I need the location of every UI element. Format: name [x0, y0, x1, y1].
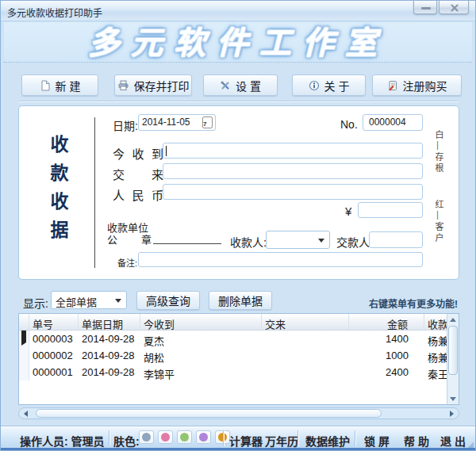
scroll-left-icon[interactable] [24, 411, 28, 417]
column-header-from[interactable]: 交来 [262, 314, 349, 330]
new-button[interactable]: 新 建 [21, 75, 98, 96]
operator-value: 管理员 [71, 435, 105, 448]
window-bottom-edge [1, 448, 475, 450]
vertical-divider [94, 117, 95, 268]
receipt-no-label: No. [340, 118, 358, 131]
table-row[interactable]: 0000002 2014-09-28 胡松 1000 杨兼 [19, 347, 459, 364]
cell-amount: 2400 [349, 364, 424, 380]
column-header-received[interactable]: 今收到 [140, 314, 262, 330]
cell-received: 胡松 [140, 347, 262, 364]
filter-dropdown[interactable]: 全部单据 [51, 291, 127, 309]
cell-received: 李锦平 [140, 364, 262, 380]
data-maintenance-link[interactable]: 数据维护 [305, 433, 350, 449]
skin-color-option[interactable] [139, 430, 154, 444]
payee-label: 收款人: [230, 234, 267, 250]
calculator-link[interactable]: 计算器 [229, 433, 263, 449]
skin-color-option[interactable] [158, 430, 173, 444]
settings-button[interactable]: 设 置 [203, 75, 278, 96]
delete-receipt-label: 删除单据 [218, 292, 263, 308]
about-button[interactable]: 关 于 [292, 75, 366, 96]
receipt-table: 单号 单据日期 今收到 交来 金额 收款 0000003 2014-09-28 … [18, 313, 459, 405]
skin-dot [180, 433, 189, 441]
table-row[interactable]: 0000001 2014-09-28 李锦平 2400 秦王 [19, 364, 459, 380]
cell-date: 2014-09-28 [79, 364, 140, 380]
cell-from [262, 331, 349, 347]
titlebar[interactable]: 多元收款收据打印助手 [1, 1, 475, 21]
save-print-button-label: 保存并打印 [134, 78, 190, 94]
delete-receipt-button[interactable]: 删除单据 [209, 291, 272, 310]
skin-dot [199, 433, 208, 441]
payer-input[interactable] [369, 231, 423, 248]
column-header-amount[interactable]: 金额 [349, 314, 424, 330]
close-button[interactable] [439, 1, 469, 14]
horizontal-scrollbar[interactable] [18, 407, 459, 419]
tools-icon [220, 80, 231, 91]
statusbar-divider [298, 430, 299, 446]
banner-title: 多元软件工作室 [4, 22, 472, 63]
calendar-link[interactable]: 万年历 [265, 433, 298, 449]
advanced-query-label: 高级查询 [146, 292, 190, 308]
lock-screen-link[interactable]: 锁 屏 [364, 433, 390, 449]
cell-received: 夏杰 [140, 331, 262, 347]
table-row[interactable]: 0000003 2014-09-28 夏杰 1400 杨兼 [19, 331, 459, 347]
date-picker-icon[interactable]: 7 [202, 117, 213, 128]
received-input[interactable] [163, 143, 423, 159]
receipt-no-input[interactable]: 0000004 [363, 114, 423, 131]
cell-from [262, 364, 349, 380]
currency-input[interactable] [163, 184, 423, 200]
copy-note-white: 白—存根 [432, 130, 445, 174]
cell-payee: 杨兼 [424, 331, 447, 347]
new-button-label: 新 建 [56, 78, 81, 94]
register-buy-button-label: 注册购买 [403, 78, 447, 94]
cell-payee: 秦王 [424, 364, 447, 380]
operator-label: 操作人员: [20, 435, 68, 448]
scroll-right-icon[interactable] [450, 411, 454, 417]
vertical-scrollbar-thumb[interactable] [448, 326, 458, 375]
statusbar-divider [355, 430, 356, 446]
remark-input[interactable] [138, 252, 423, 267]
skin-dot [142, 433, 151, 441]
minimize-button[interactable] [413, 1, 437, 14]
horizontal-scrollbar-thumb[interactable] [36, 409, 382, 418]
help-link[interactable]: 帮 助 [404, 433, 429, 449]
statusbar-divider [109, 430, 110, 446]
chevron-down-icon [318, 239, 324, 243]
skin-color-chips [139, 430, 230, 444]
current-row-icon [21, 331, 26, 346]
arrow-up-icon [450, 318, 456, 322]
skin-color-option[interactable] [177, 430, 192, 444]
skin-label: 肤色: [113, 433, 140, 449]
exit-link[interactable]: 退 出 [440, 433, 466, 449]
date-input[interactable]: 2014-11-05 7 [138, 114, 216, 131]
column-header-date[interactable]: 单据日期 [79, 314, 140, 330]
register-buy-button[interactable]: 注册购买 [372, 75, 462, 96]
payee-dropdown[interactable] [266, 231, 330, 249]
handover-label: 交来 [113, 166, 163, 182]
filter-value: 全部单据 [56, 296, 97, 308]
settings-button-label: 设 置 [236, 78, 261, 94]
toolbar: 新 建 保存并打印 设 置 关 于 [4, 63, 472, 101]
skin-color-option[interactable] [196, 430, 211, 444]
scroll-down-button[interactable] [447, 393, 459, 404]
advanced-query-button[interactable]: 高级查询 [136, 291, 200, 310]
handover-input[interactable] [163, 163, 423, 179]
received-label: 今收到 [113, 145, 163, 162]
minimize-icon [421, 7, 431, 10]
vertical-scrollbar[interactable] [447, 314, 459, 404]
statusbar: 操作人员: 管理员 肤色: 计算器 万年历 数据维护 锁 屏 帮 助 退 出 [1, 426, 475, 449]
register-icon [387, 80, 398, 91]
date-value: 2014-11-05 [142, 117, 190, 128]
text-caret [166, 146, 167, 156]
statusbar-divider [223, 430, 225, 446]
app-window: 多元收款收据打印助手 多元软件工作室 新 建 保存并打印 [0, 0, 476, 451]
chevron-down-icon [115, 299, 121, 303]
column-header-id[interactable]: 单号 [29, 314, 79, 330]
display-label: 显示: [23, 295, 48, 311]
amount-input[interactable] [358, 202, 423, 218]
receipt-panel: 收款收据 日期: 2014-11-05 7 No. 0000004 今收到 交来… [18, 105, 459, 280]
yen-symbol: ¥ [345, 204, 351, 218]
seal-underline [153, 243, 221, 244]
column-header-payee[interactable]: 收款 [424, 314, 447, 330]
scroll-up-button[interactable] [447, 314, 459, 325]
save-print-button[interactable]: 保存并打印 [114, 75, 192, 96]
